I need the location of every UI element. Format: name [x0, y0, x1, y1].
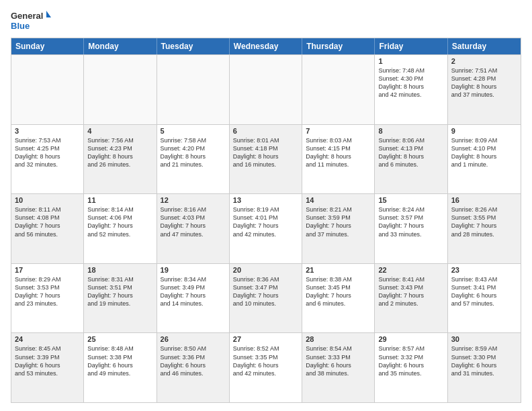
week-row-4: 24Sunrise: 8:45 AM Sunset: 3:39 PM Dayli…: [11, 332, 521, 402]
day-number: 17: [15, 266, 80, 274]
cal-cell: 12Sunrise: 8:16 AM Sunset: 4:03 PM Dayli…: [157, 194, 230, 263]
day-number: 5: [161, 127, 226, 135]
svg-marker-2: [46, 11, 51, 17]
day-number: 28: [306, 335, 371, 343]
day-number: 30: [451, 335, 517, 343]
week-row-0: 1Sunrise: 7:48 AM Sunset: 4:30 PM Daylig…: [11, 54, 521, 124]
calendar-body: 1Sunrise: 7:48 AM Sunset: 4:30 PM Daylig…: [11, 54, 521, 402]
day-info: Sunrise: 8:11 AM Sunset: 4:08 PM Dayligh…: [15, 205, 80, 238]
day-info: Sunrise: 8:38 AM Sunset: 3:45 PM Dayligh…: [306, 275, 371, 308]
calendar-header: SundayMondayTuesdayWednesdayThursdayFrid…: [11, 38, 521, 54]
day-number: 29: [378, 335, 443, 343]
day-number: 9: [451, 127, 517, 135]
cal-cell: 24Sunrise: 8:45 AM Sunset: 3:39 PM Dayli…: [11, 333, 84, 402]
day-number: 24: [15, 335, 80, 343]
cal-cell: 4Sunrise: 7:56 AM Sunset: 4:23 PM Daylig…: [84, 125, 157, 194]
day-number: 23: [451, 266, 517, 274]
logo: General Blue: [11, 8, 51, 32]
cal-cell: 16Sunrise: 8:26 AM Sunset: 3:55 PM Dayli…: [448, 194, 521, 263]
header: General Blue: [11, 8, 521, 32]
cal-cell: 8Sunrise: 8:06 AM Sunset: 4:13 PM Daylig…: [375, 125, 447, 194]
day-number: 27: [233, 335, 298, 343]
day-info: Sunrise: 8:50 AM Sunset: 3:36 PM Dayligh…: [161, 345, 226, 377]
day-info: Sunrise: 8:06 AM Sunset: 4:13 PM Dayligh…: [378, 136, 443, 169]
day-info: Sunrise: 8:24 AM Sunset: 3:57 PM Dayligh…: [378, 205, 443, 238]
day-of-week-thursday: Thursday: [302, 38, 375, 54]
cal-cell: 7Sunrise: 8:03 AM Sunset: 4:15 PM Daylig…: [302, 125, 375, 194]
day-number: 18: [87, 266, 152, 274]
day-info: Sunrise: 8:31 AM Sunset: 3:51 PM Dayligh…: [87, 275, 152, 308]
cal-cell: 5Sunrise: 7:58 AM Sunset: 4:20 PM Daylig…: [157, 125, 230, 194]
logo-svg: General Blue: [11, 8, 51, 32]
cal-cell: 30Sunrise: 8:59 AM Sunset: 3:30 PM Dayli…: [448, 333, 521, 402]
cal-cell: 18Sunrise: 8:31 AM Sunset: 3:51 PM Dayli…: [84, 264, 157, 333]
cal-cell: 17Sunrise: 8:29 AM Sunset: 3:53 PM Dayli…: [11, 264, 84, 333]
week-row-2: 10Sunrise: 8:11 AM Sunset: 4:08 PM Dayli…: [11, 193, 521, 263]
day-number: 4: [87, 127, 152, 135]
day-number: 3: [15, 127, 80, 135]
day-info: Sunrise: 8:01 AM Sunset: 4:18 PM Dayligh…: [233, 136, 298, 169]
cal-cell: 1Sunrise: 7:48 AM Sunset: 4:30 PM Daylig…: [375, 55, 447, 124]
cal-cell: 2Sunrise: 7:51 AM Sunset: 4:28 PM Daylig…: [448, 55, 521, 124]
day-info: Sunrise: 8:29 AM Sunset: 3:53 PM Dayligh…: [15, 275, 80, 308]
day-info: Sunrise: 8:59 AM Sunset: 3:30 PM Dayligh…: [451, 345, 517, 377]
cal-cell: 23Sunrise: 8:43 AM Sunset: 3:41 PM Dayli…: [448, 264, 521, 333]
day-info: Sunrise: 8:09 AM Sunset: 4:10 PM Dayligh…: [451, 136, 517, 169]
day-info: Sunrise: 7:53 AM Sunset: 4:25 PM Dayligh…: [15, 136, 80, 169]
cal-cell: 29Sunrise: 8:57 AM Sunset: 3:32 PM Dayli…: [375, 333, 447, 402]
day-number: 22: [378, 266, 443, 274]
day-number: 14: [306, 196, 371, 204]
day-info: Sunrise: 8:41 AM Sunset: 3:43 PM Dayligh…: [378, 275, 443, 308]
day-of-week-friday: Friday: [375, 38, 447, 54]
day-info: Sunrise: 7:48 AM Sunset: 4:30 PM Dayligh…: [378, 66, 443, 99]
cal-cell: 15Sunrise: 8:24 AM Sunset: 3:57 PM Dayli…: [375, 194, 447, 263]
cal-cell: 10Sunrise: 8:11 AM Sunset: 4:08 PM Dayli…: [11, 194, 84, 263]
day-info: Sunrise: 8:48 AM Sunset: 3:38 PM Dayligh…: [87, 345, 152, 377]
day-info: Sunrise: 8:26 AM Sunset: 3:55 PM Dayligh…: [451, 205, 517, 238]
cal-cell: [11, 55, 84, 124]
svg-text:General: General: [11, 11, 43, 21]
day-info: Sunrise: 8:21 AM Sunset: 3:59 PM Dayligh…: [306, 205, 371, 238]
day-info: Sunrise: 8:14 AM Sunset: 4:06 PM Dayligh…: [87, 205, 152, 238]
day-number: 11: [87, 196, 152, 204]
day-info: Sunrise: 8:45 AM Sunset: 3:39 PM Dayligh…: [15, 345, 80, 377]
day-number: 2: [451, 57, 517, 65]
cal-cell: 11Sunrise: 8:14 AM Sunset: 4:06 PM Dayli…: [84, 194, 157, 263]
day-info: Sunrise: 8:16 AM Sunset: 4:03 PM Dayligh…: [161, 205, 226, 238]
day-number: 26: [161, 335, 226, 343]
day-of-week-monday: Monday: [84, 38, 157, 54]
day-of-week-wednesday: Wednesday: [230, 38, 302, 54]
day-number: 12: [161, 196, 226, 204]
cal-cell: 9Sunrise: 8:09 AM Sunset: 4:10 PM Daylig…: [448, 125, 521, 194]
day-number: 15: [378, 196, 443, 204]
day-info: Sunrise: 8:57 AM Sunset: 3:32 PM Dayligh…: [378, 345, 443, 377]
week-row-3: 17Sunrise: 8:29 AM Sunset: 3:53 PM Dayli…: [11, 263, 521, 333]
day-number: 13: [233, 196, 298, 204]
day-of-week-sunday: Sunday: [11, 38, 84, 54]
day-number: 21: [306, 266, 371, 274]
cal-cell: 6Sunrise: 8:01 AM Sunset: 4:18 PM Daylig…: [230, 125, 302, 194]
day-number: 25: [87, 335, 152, 343]
cal-cell: 20Sunrise: 8:36 AM Sunset: 3:47 PM Dayli…: [230, 264, 302, 333]
day-info: Sunrise: 8:34 AM Sunset: 3:49 PM Dayligh…: [161, 275, 226, 308]
cal-cell: 27Sunrise: 8:52 AM Sunset: 3:35 PM Dayli…: [230, 333, 302, 402]
cal-cell: 19Sunrise: 8:34 AM Sunset: 3:49 PM Dayli…: [157, 264, 230, 333]
cal-cell: 3Sunrise: 7:53 AM Sunset: 4:25 PM Daylig…: [11, 125, 84, 194]
day-info: Sunrise: 8:43 AM Sunset: 3:41 PM Dayligh…: [451, 275, 517, 308]
cal-cell: 22Sunrise: 8:41 AM Sunset: 3:43 PM Dayli…: [375, 264, 447, 333]
day-number: 20: [233, 266, 298, 274]
cal-cell: 25Sunrise: 8:48 AM Sunset: 3:38 PM Dayli…: [84, 333, 157, 402]
day-info: Sunrise: 7:58 AM Sunset: 4:20 PM Dayligh…: [161, 136, 226, 169]
day-info: Sunrise: 8:03 AM Sunset: 4:15 PM Dayligh…: [306, 136, 371, 169]
day-number: 7: [306, 127, 371, 135]
day-number: 19: [161, 266, 226, 274]
day-number: 8: [378, 127, 443, 135]
cal-cell: [302, 55, 375, 124]
cal-cell: 26Sunrise: 8:50 AM Sunset: 3:36 PM Dayli…: [157, 333, 230, 402]
day-info: Sunrise: 8:54 AM Sunset: 3:33 PM Dayligh…: [306, 345, 371, 377]
calendar: SundayMondayTuesdayWednesdayThursdayFrid…: [11, 38, 521, 403]
day-number: 16: [451, 196, 517, 204]
cal-cell: [84, 55, 157, 124]
page: General Blue SundayMondayTuesdayWednesda…: [0, 0, 532, 411]
day-number: 6: [233, 127, 298, 135]
